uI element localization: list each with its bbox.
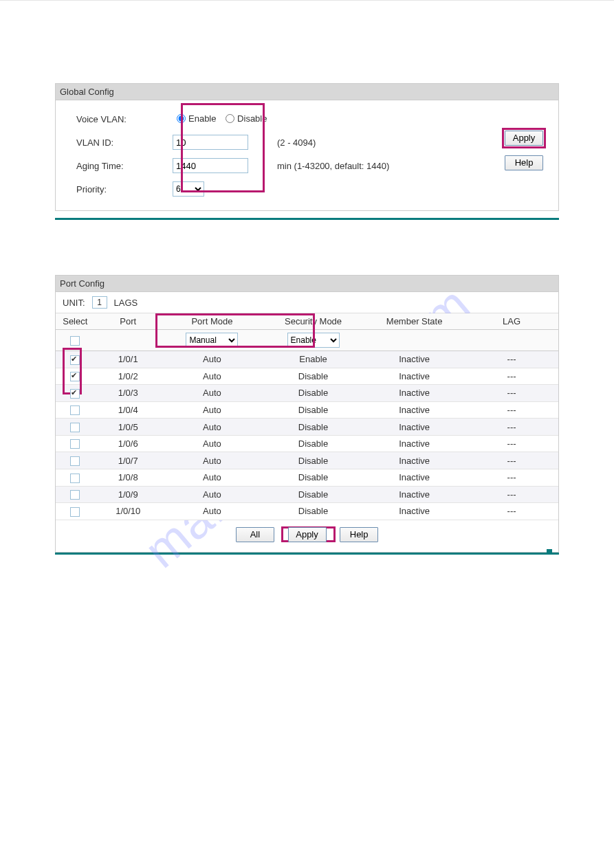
- table-row: 1/0/10AutoDisableInactive---: [56, 503, 558, 520]
- row-checkbox[interactable]: [70, 423, 80, 432]
- cell-mode: Auto: [162, 368, 263, 385]
- cell-port: 1/0/6: [95, 435, 162, 452]
- cell-port: 1/0/5: [95, 419, 162, 436]
- cell-lag: ---: [465, 452, 558, 469]
- port-apply-button[interactable]: Apply: [288, 527, 327, 542]
- divider: [55, 218, 559, 220]
- help-button[interactable]: Help: [505, 155, 543, 170]
- table-row: 1/0/8AutoDisableInactive---: [56, 469, 558, 486]
- cell-lag: ---: [465, 503, 558, 520]
- table-row: 1/0/7AutoDisableInactive---: [56, 452, 558, 469]
- cell-member: Inactive: [364, 419, 465, 436]
- cell-lag: ---: [465, 419, 558, 436]
- unit-value-box[interactable]: 1: [92, 296, 107, 309]
- page-marker-icon: [547, 549, 552, 555]
- cell-port: 1/0/4: [95, 401, 162, 419]
- cell-lag: ---: [465, 351, 558, 368]
- cell-lag: ---: [465, 469, 558, 486]
- row-checkbox[interactable]: [70, 507, 80, 517]
- cell-mode: Auto: [162, 419, 263, 436]
- cell-member: Inactive: [364, 503, 465, 520]
- apply-button[interactable]: Apply: [505, 131, 543, 146]
- vlan-id-hint: (2 - 4094): [277, 137, 316, 148]
- cell-mode: Auto: [162, 401, 263, 419]
- cell-port: 1/0/3: [95, 385, 162, 402]
- cell-member: Inactive: [364, 435, 465, 452]
- cell-security: Disable: [263, 385, 364, 402]
- cell-mode: Auto: [162, 469, 263, 486]
- cell-member: Inactive: [364, 469, 465, 486]
- table-row: 1/0/9AutoDisableInactive---: [56, 486, 558, 503]
- aging-time-label: Aging Time:: [63, 161, 173, 171]
- highlight-mode-cluster: [155, 313, 315, 348]
- cell-mode: Auto: [162, 435, 263, 452]
- cell-security: Disable: [263, 503, 364, 520]
- cell-member: Inactive: [364, 452, 465, 469]
- row-checkbox[interactable]: [70, 355, 80, 365]
- unit-label: UNIT:: [63, 298, 85, 308]
- cell-member: Inactive: [364, 351, 465, 368]
- col-lag: LAG: [465, 313, 558, 330]
- cell-security: Disable: [263, 486, 364, 503]
- cell-port: 1/0/2: [95, 368, 162, 385]
- cell-mode: Auto: [162, 452, 263, 469]
- cell-mode: Auto: [162, 385, 263, 402]
- global-config-panel: Global Config Voice VLAN: Enable Disable: [55, 83, 559, 211]
- cell-lag: ---: [465, 385, 558, 402]
- cell-member: Inactive: [364, 385, 465, 402]
- row-checkbox[interactable]: [70, 456, 80, 466]
- highlight-field-cluster: [181, 103, 265, 192]
- cell-port: 1/0/7: [95, 452, 162, 469]
- cell-security: Enable: [263, 351, 364, 368]
- row-checkbox[interactable]: [70, 439, 80, 449]
- table-row: 1/0/4AutoDisableInactive---: [56, 401, 558, 419]
- cell-port: 1/0/10: [95, 503, 162, 520]
- divider-2: [55, 553, 559, 555]
- lags-label[interactable]: LAGS: [114, 298, 138, 308]
- cell-security: Disable: [263, 435, 364, 452]
- cell-port: 1/0/8: [95, 469, 162, 486]
- cell-mode: Auto: [162, 486, 263, 503]
- row-checkbox[interactable]: [70, 474, 80, 483]
- cell-security: Disable: [263, 452, 364, 469]
- all-button[interactable]: All: [236, 527, 274, 542]
- port-config-panel: Port Config UNIT: 1 LAGS Select Port Por…: [55, 275, 559, 553]
- cell-lag: ---: [465, 486, 558, 503]
- cell-member: Inactive: [364, 401, 465, 419]
- apply-highlight: Apply: [502, 128, 546, 148]
- cell-security: Disable: [263, 419, 364, 436]
- cell-security: Disable: [263, 401, 364, 419]
- port-config-title: Port Config: [56, 276, 558, 292]
- col-member-state: Member State: [364, 313, 465, 330]
- row-checkbox[interactable]: [70, 490, 80, 500]
- table-row: 1/0/1AutoEnableInactive---: [56, 351, 558, 368]
- cell-security: Disable: [263, 368, 364, 385]
- cell-lag: ---: [465, 401, 558, 419]
- priority-label: Priority:: [63, 184, 173, 194]
- cell-member: Inactive: [364, 368, 465, 385]
- port-apply-highlight: Apply: [281, 526, 336, 542]
- cell-mode: Auto: [162, 503, 263, 520]
- select-all-checkbox[interactable]: [70, 336, 80, 346]
- table-row: 1/0/6AutoDisableInactive---: [56, 435, 558, 452]
- table-row: 1/0/3AutoDisableInactive---: [56, 385, 558, 402]
- table-row: 1/0/2AutoDisableInactive---: [56, 368, 558, 385]
- cell-lag: ---: [465, 435, 558, 452]
- aging-time-hint: min (1-43200, default: 1440): [277, 161, 389, 171]
- voice-vlan-label: Voice VLAN:: [63, 114, 173, 124]
- cell-lag: ---: [465, 368, 558, 385]
- port-help-button[interactable]: Help: [340, 527, 378, 542]
- cell-port: 1/0/9: [95, 486, 162, 503]
- row-checkbox[interactable]: [70, 372, 80, 381]
- col-select: Select: [56, 313, 95, 330]
- vlan-id-label: VLAN ID:: [63, 137, 173, 148]
- table-row: 1/0/5AutoDisableInactive---: [56, 419, 558, 436]
- global-config-title: Global Config: [56, 84, 558, 100]
- cell-member: Inactive: [364, 486, 465, 503]
- col-port: Port: [95, 313, 162, 330]
- row-checkbox[interactable]: [70, 405, 80, 415]
- cell-mode: Auto: [162, 351, 263, 368]
- cell-port: 1/0/1: [95, 351, 162, 368]
- cell-security: Disable: [263, 469, 364, 486]
- row-checkbox[interactable]: [70, 389, 80, 399]
